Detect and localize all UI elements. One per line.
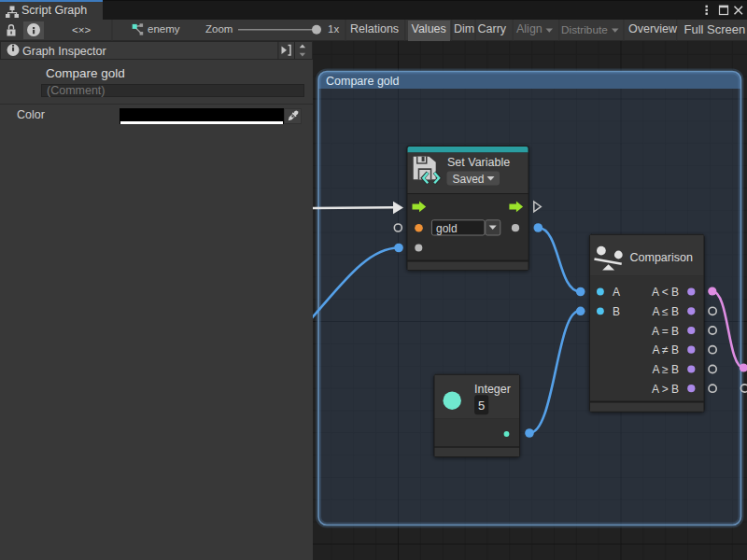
svg-text:A ≠ B: A ≠ B: [652, 343, 679, 357]
svg-text:A: A: [613, 286, 620, 299]
svg-text:A ≤ B: A ≤ B: [652, 305, 679, 318]
svg-text:gold: gold: [436, 222, 458, 235]
svg-text:Saved: Saved: [453, 173, 485, 186]
svg-text:B: B: [613, 305, 620, 318]
svg-text:Integer: Integer: [474, 383, 511, 396]
svg-text:<×>: <×>: [72, 24, 91, 35]
svg-text:A = B: A = B: [652, 325, 679, 338]
svg-text:A ≥ B: A ≥ B: [652, 363, 679, 376]
svg-text:Compare gold: Compare gold: [326, 75, 400, 88]
svg-text:5: 5: [478, 399, 485, 413]
svg-text:A > B: A > B: [652, 383, 679, 396]
svg-text:Set Variable: Set Variable: [447, 156, 510, 169]
svg-text:A < B: A < B: [652, 286, 679, 299]
svg-text:Comparison: Comparison: [630, 251, 693, 264]
